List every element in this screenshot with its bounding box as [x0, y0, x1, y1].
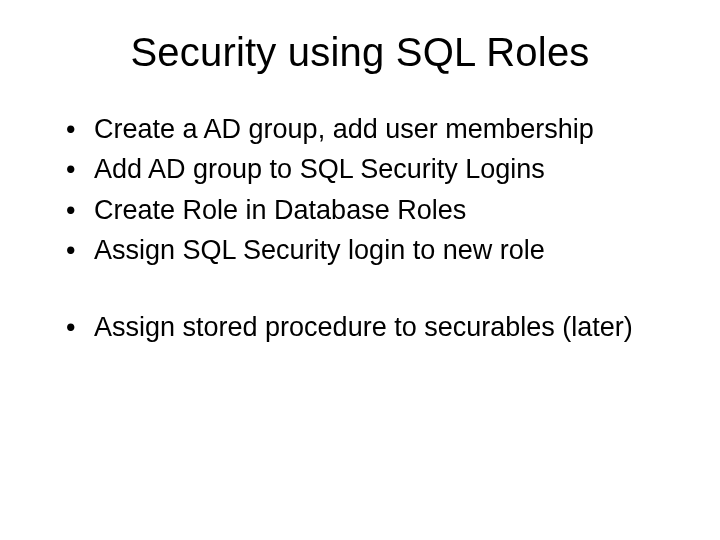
bullet-item: Create Role in Database Roles	[58, 192, 670, 228]
spacer	[50, 273, 670, 309]
bullet-item: Add AD group to SQL Security Logins	[58, 151, 670, 187]
bullet-item: Assign SQL Security login to new role	[58, 232, 670, 268]
slide: Security using SQL Roles Create a AD gro…	[0, 0, 720, 540]
bullet-list-1: Create a AD group, add user membership A…	[58, 111, 670, 269]
bullet-item: Assign stored procedure to securables (l…	[58, 309, 670, 345]
slide-title: Security using SQL Roles	[50, 30, 670, 75]
bullet-list-2: Assign stored procedure to securables (l…	[58, 309, 670, 345]
bullet-item: Create a AD group, add user membership	[58, 111, 670, 147]
